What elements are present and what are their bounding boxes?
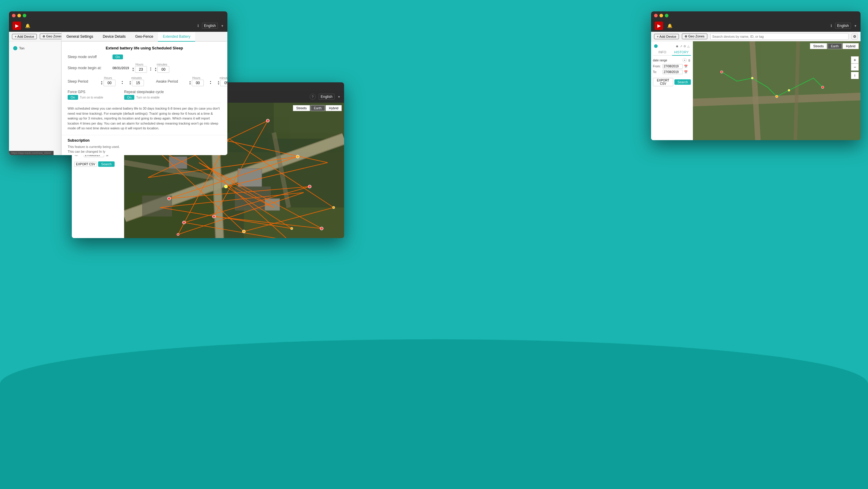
window-map-history-tr: ▶ 🔔 ℹ English ▼ + Add Device ⊕ Geo Zones… [651,11,861,140]
date-clear-btn-2[interactable]: 🗑 [688,59,691,62]
sleep-begin-row: Sleep mode begin at: 08/31/2019 Hours ▲ … [68,63,221,73]
expand-icon[interactable]: △ [687,45,690,48]
win2-device-row: ⏺ ↗ ⚙ △ [653,43,691,49]
hours-down[interactable]: ▼ [132,69,134,72]
search-button-3[interactable]: Search [98,162,115,167]
force-gps-toggle[interactable]: On [68,95,78,100]
win2-sidebar: ⏺ ↗ ⚙ △ INFO HISTORY date range + 🗑 From… [651,41,693,140]
search-input-2[interactable] [710,33,848,40]
svg-point-63 [296,155,299,158]
bell-icon[interactable]: 🔔 [24,22,31,29]
info-icon: ℹ [197,24,199,28]
language-selector-3[interactable]: English [319,94,335,100]
svg-line-11 [795,41,798,140]
record-icon[interactable]: ⏺ [676,45,679,48]
lang-arrow: ▼ [221,24,224,28]
date-range-label-2: date range [653,59,667,62]
svg-point-65 [224,185,227,188]
tab-device-details[interactable]: Device Details [98,32,130,41]
sleep-hours-input[interactable] [103,80,116,86]
add-device-button[interactable]: + Add Device [12,34,37,39]
force-gps-label: Force GPS [68,90,85,94]
awake-hours-input[interactable] [192,80,204,86]
period-row: Sleep Period Hours ▲ ▼ : minut [68,76,221,86]
zoom-in-2[interactable]: + [851,56,859,63]
date-plus-icon[interactable]: + [682,58,687,62]
repeat-sublabel: Turn on to enable [136,96,159,99]
map-type-controls-3: Streets Earth Hybrid [293,105,342,111]
history-tab-2[interactable]: HISTORY [672,49,691,56]
hours-input[interactable] [135,66,147,73]
hybrid-btn-2[interactable]: Hybrid [843,43,859,49]
earth-btn-2[interactable]: Earth [828,43,842,49]
export-csv-button-3[interactable]: EXPORT CSV [74,162,97,167]
info-icon-2: ℹ [831,24,832,28]
force-row: Force GPS On Turn on to enable Repeat sl… [68,90,221,100]
win2-map: Streets Earth Hybrid + − ↑ [693,41,861,140]
earth-btn-3[interactable]: Earth [311,105,325,111]
settings-icon-sm[interactable]: ⚙ [683,45,686,48]
app-subbar-2: + Add Device ⊕ Geo Zones ⚙ [651,32,861,41]
repeat-toggle[interactable]: On [124,95,135,100]
app-navbar-1: ▶ 🔔 ℹ English ▼ [9,20,227,32]
add-device-button-2[interactable]: + Add Device [654,34,679,39]
share-icon[interactable]: ↗ [680,45,682,48]
from-label-2: From: [653,65,661,68]
calendar-icon-to[interactable]: 📅 [684,70,688,74]
from-input-2[interactable] [662,64,683,68]
bell-icon-2[interactable]: 🔔 [666,22,673,29]
close-dot[interactable] [12,14,16,18]
to-row-2: To: 📅 [653,70,691,74]
maximize-dot-2[interactable] [665,14,669,18]
search-button-2[interactable]: Search [674,79,691,85]
close-dot-2[interactable] [654,14,658,18]
svg-point-58 [308,185,311,188]
svg-point-61 [320,227,323,230]
awake-period-label: Awake Period [156,79,183,84]
settings-panel: General Settings Device Details Geo-Fenc… [61,32,227,155]
sleep-minutes-input[interactable] [132,80,144,86]
minimize-dot[interactable] [18,14,21,18]
sleep-mode-row: Sleep mode on/off On [68,55,221,59]
tab-extended-battery[interactable]: Extended Battery [158,32,195,41]
zoom-out-2[interactable]: − [851,63,859,71]
minimize-dot-2[interactable] [659,14,663,18]
sleep-h-down[interactable]: ▼ [100,83,103,85]
maximize-dot[interactable] [23,14,26,18]
settings-icon[interactable]: ⚙ [851,33,858,39]
calendar-icon-from[interactable]: 📅 [684,65,688,68]
titlebar-2 [651,11,861,20]
hours-group: Hours ▲ ▼ [132,63,147,73]
tab-general[interactable]: General Settings [62,32,98,41]
sleep-m-down[interactable]: ▼ [129,83,131,85]
minutes-input[interactable] [157,66,169,73]
bg-wave [0,339,868,489]
geo-zones-button-2[interactable]: ⊕ Geo Zones [682,33,707,39]
svg-rect-22 [244,207,344,238]
description-text: With scheduled sleep you can extend batt… [68,103,221,131]
sleep-mode-toggle[interactable]: On [113,55,123,59]
compass-2[interactable]: ↑ [851,72,859,79]
awake-minutes-input[interactable] [220,80,227,86]
repeat-label: Repeat sleep/wake cycle [124,90,164,94]
subscription-section: Subscription This feature is currently b… [62,135,227,155]
streets-btn-2[interactable]: Streets [810,43,827,49]
streets-btn-3[interactable]: Streets [293,105,310,111]
language-selector[interactable]: English [202,23,218,29]
awake-m-down[interactable]: ▼ [217,83,220,85]
map-type-controls-2: Streets Earth Hybrid [810,43,859,49]
language-selector-2[interactable]: English [835,23,851,29]
minutes-group: minutes ▲ ▼ [154,63,169,73]
export-csv-button-2[interactable]: EXPORT CSV [653,78,673,86]
awake-h-down[interactable]: ▼ [189,83,191,85]
info-tab-2[interactable]: INFO [653,49,672,55]
sleep-mode-label: Sleep mode on/off [68,55,110,59]
sidebar-device-item[interactable]: Ton [12,44,58,52]
to-input-2[interactable] [662,70,683,74]
device-marker-icon [13,46,18,50]
help-icon[interactable]: ? [310,94,316,100]
win2-map-bg [693,41,861,140]
hybrid-btn-3[interactable]: Hybrid [326,105,342,111]
tab-geo-fence[interactable]: Geo-Fence [130,32,158,41]
minutes-down[interactable]: ▼ [154,69,157,72]
